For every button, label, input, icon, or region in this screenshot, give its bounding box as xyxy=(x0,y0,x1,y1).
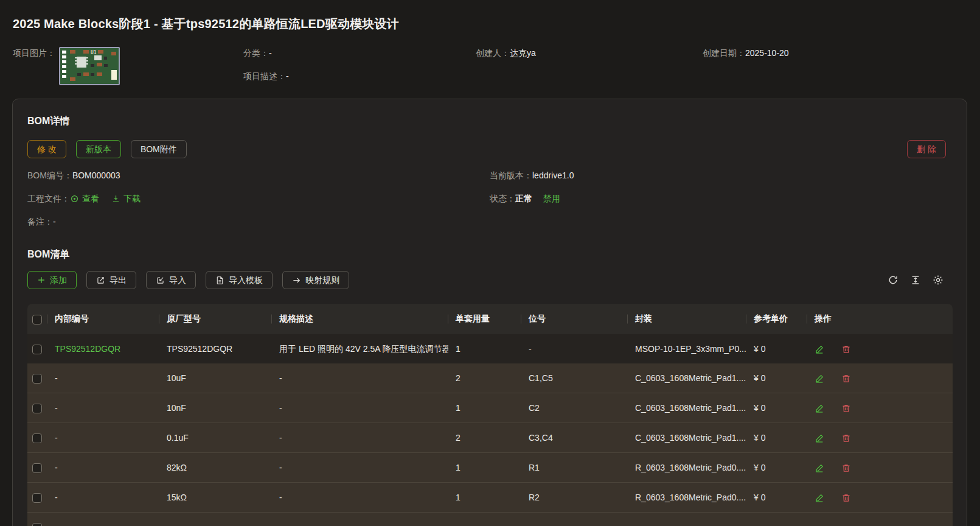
project-header: 2025 Make Blocks阶段1 - 基于tps92512的单路恒流LED… xyxy=(0,0,980,85)
status-label: 状态： xyxy=(490,192,515,205)
internal-part-number: - xyxy=(55,403,58,413)
created-date-label: 创建日期： xyxy=(703,47,745,59)
table-row: TPS92512DGQR TPS92512DGQR 用于 LED 照明的 42V… xyxy=(27,334,953,363)
mapping-rules-button[interactable]: 映射规则 xyxy=(282,271,349,289)
category-value: - xyxy=(269,47,272,59)
arrow-right-icon xyxy=(292,276,301,285)
import-template-button[interactable]: 导入模板 xyxy=(206,271,273,289)
column-header: 参考单价 xyxy=(746,304,807,334)
delete-bom-button[interactable]: 删 除 xyxy=(907,140,946,158)
row-checkbox[interactable] xyxy=(32,463,42,473)
edit-icon[interactable] xyxy=(815,404,824,413)
remark-value: - xyxy=(53,216,56,228)
current-version-label: 当前版本： xyxy=(490,169,532,181)
internal-part-number: - xyxy=(55,463,58,472)
status-value: 正常 xyxy=(515,192,532,205)
delete-icon[interactable] xyxy=(841,463,851,473)
unit-quantity: 1 xyxy=(448,483,521,513)
bom-number-value: BOM000003 xyxy=(72,169,120,181)
footprint: R_0603_1608Metric_Pad0.... xyxy=(628,453,746,483)
row-checkbox[interactable] xyxy=(32,374,42,384)
edit-icon[interactable] xyxy=(815,433,824,443)
unit-quantity: 2 xyxy=(448,363,521,393)
refresh-icon[interactable] xyxy=(888,275,898,286)
import-button[interactable]: 导入 xyxy=(146,271,196,289)
view-file-link[interactable]: 查看 xyxy=(70,192,99,205)
unit-quantity: 1 xyxy=(448,453,521,483)
bom-panel: BOM详情 修 改 新版本 BOM附件 删 除 BOM编号： BOM000003… xyxy=(12,99,967,526)
designators: C2 xyxy=(521,393,628,423)
download-icon xyxy=(111,194,120,203)
column-header: 规格描述 xyxy=(272,304,448,334)
factory-model: 82kΩ xyxy=(159,453,272,483)
row-checkbox[interactable] xyxy=(32,404,42,413)
designators: C1,C5 xyxy=(521,363,628,393)
table-row: - 10nF - 1 C2 C_0603_1608Metric_Pad1....… xyxy=(27,393,953,423)
bom-number-label: BOM编号： xyxy=(27,169,72,181)
edit-icon[interactable] xyxy=(815,345,824,354)
column-header: 单套用量 xyxy=(448,304,521,334)
row-checkbox[interactable] xyxy=(32,433,42,443)
spec-description: - xyxy=(272,393,448,423)
reference-price: ¥ 0 xyxy=(746,363,807,393)
delete-icon[interactable] xyxy=(841,404,851,413)
remark-label: 备注： xyxy=(27,216,53,228)
project-files-label: 工程文件： xyxy=(27,192,70,205)
project-desc-value: - xyxy=(286,70,289,82)
internal-part-number[interactable]: TPS92512DGQR xyxy=(55,344,120,354)
plus-icon xyxy=(37,276,46,284)
delete-icon[interactable] xyxy=(841,345,851,354)
spec-description: - xyxy=(272,423,448,453)
export-button[interactable]: 导出 xyxy=(86,271,136,289)
category-label: 分类： xyxy=(243,47,269,59)
designators: R1 xyxy=(521,453,628,483)
reference-price: ¥ 0 xyxy=(746,453,807,483)
designators: R2 xyxy=(521,483,628,513)
bom-list-heading: BOM清单 xyxy=(27,248,952,261)
row-checkbox[interactable] xyxy=(32,493,42,503)
add-row-button[interactable]: 添加 xyxy=(27,271,77,289)
project-desc-label: 项目描述： xyxy=(243,70,286,82)
spec-description: - xyxy=(272,453,448,483)
factory-model: TPS92512DGQR xyxy=(159,334,272,363)
row-height-icon[interactable] xyxy=(910,275,921,286)
document-icon xyxy=(215,276,224,285)
bom-detail-heading: BOM详情 xyxy=(27,115,952,128)
row-checkbox[interactable] xyxy=(32,345,42,354)
table-row: - 0.1uF - 2 C3,C4 C_0603_1608Metric_Pad1… xyxy=(27,423,953,453)
gear-icon[interactable] xyxy=(933,275,944,286)
edit-icon[interactable] xyxy=(815,493,824,503)
bom-table: 内部编号原厂型号规格描述单套用量位号封装参考单价操作 TPS92512DGQR … xyxy=(27,304,953,526)
designators: - xyxy=(521,334,628,363)
disable-link[interactable]: 禁用 xyxy=(543,192,560,205)
column-header: 操作 xyxy=(807,304,953,334)
select-all-checkbox[interactable] xyxy=(32,315,42,324)
new-version-button[interactable]: 新版本 xyxy=(76,140,121,158)
reference-price: ¥ 0 xyxy=(746,483,807,513)
unit-quantity: 1 xyxy=(448,393,521,423)
factory-model: 10uF xyxy=(159,363,272,393)
created-date-value: 2025-10-20 xyxy=(745,47,789,59)
edit-icon[interactable] xyxy=(815,374,824,384)
bom-attachment-button[interactable]: BOM附件 xyxy=(131,140,187,158)
project-image-thumbnail[interactable]: U1 xyxy=(59,47,120,85)
delete-icon[interactable] xyxy=(841,433,851,443)
table-row: - 82kΩ - 1 R1 R_0603_1608Metric_Pad0....… xyxy=(27,453,953,483)
unit-quantity: 1 xyxy=(448,334,521,363)
download-file-link[interactable]: 下载 xyxy=(111,192,141,205)
unit-quantity: 2 xyxy=(448,423,521,453)
creator-value: 达克ya xyxy=(510,47,536,59)
footprint: C_0603_1608Metric_Pad1.... xyxy=(628,393,746,423)
modify-button[interactable]: 修 改 xyxy=(27,140,66,158)
row-checkbox[interactable] xyxy=(32,523,42,526)
footprint: MSOP-10-1EP_3x3mm_P0.... xyxy=(628,334,746,363)
footprint: R_0603_1608Metric_Pad0.... xyxy=(628,483,746,513)
delete-icon[interactable] xyxy=(841,374,851,384)
factory-model: 0.1uF xyxy=(159,423,272,453)
edit-icon[interactable] xyxy=(815,463,824,473)
table-row: - 10uF - 2 C1,C5 C_0603_1608Metric_Pad1.… xyxy=(27,363,953,393)
internal-part-number: - xyxy=(55,373,58,383)
delete-icon[interactable] xyxy=(841,493,851,503)
designators: C3,C4 xyxy=(521,423,628,453)
spec-description: 用于 LED 照明的 42V 2.5A 降压型电流调节器 xyxy=(272,334,448,363)
